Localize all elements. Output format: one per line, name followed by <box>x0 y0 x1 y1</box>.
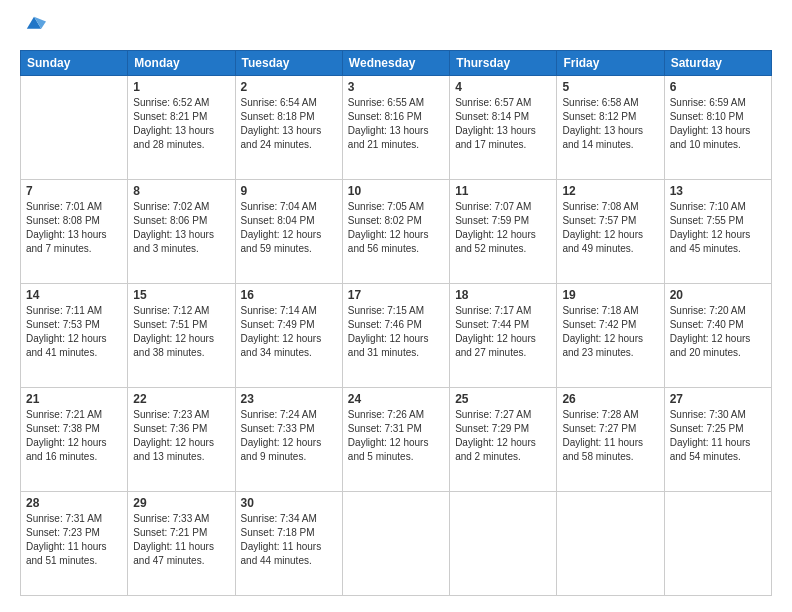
day-cell: 16Sunrise: 7:14 AM Sunset: 7:49 PM Dayli… <box>235 284 342 388</box>
day-info: Sunrise: 7:21 AM Sunset: 7:38 PM Dayligh… <box>26 408 122 464</box>
week-row-2: 14Sunrise: 7:11 AM Sunset: 7:53 PM Dayli… <box>21 284 772 388</box>
day-number: 11 <box>455 184 551 198</box>
day-number: 14 <box>26 288 122 302</box>
calendar-header: SundayMondayTuesdayWednesdayThursdayFrid… <box>21 51 772 76</box>
week-row-1: 7Sunrise: 7:01 AM Sunset: 8:08 PM Daylig… <box>21 180 772 284</box>
day-number: 3 <box>348 80 444 94</box>
day-cell: 20Sunrise: 7:20 AM Sunset: 7:40 PM Dayli… <box>664 284 771 388</box>
header-monday: Monday <box>128 51 235 76</box>
day-info: Sunrise: 6:54 AM Sunset: 8:18 PM Dayligh… <box>241 96 337 152</box>
day-info: Sunrise: 7:20 AM Sunset: 7:40 PM Dayligh… <box>670 304 766 360</box>
day-cell: 30Sunrise: 7:34 AM Sunset: 7:18 PM Dayli… <box>235 492 342 596</box>
day-number: 5 <box>562 80 658 94</box>
day-info: Sunrise: 7:10 AM Sunset: 7:55 PM Dayligh… <box>670 200 766 256</box>
day-number: 4 <box>455 80 551 94</box>
week-row-3: 21Sunrise: 7:21 AM Sunset: 7:38 PM Dayli… <box>21 388 772 492</box>
day-cell: 10Sunrise: 7:05 AM Sunset: 8:02 PM Dayli… <box>342 180 449 284</box>
day-cell: 5Sunrise: 6:58 AM Sunset: 8:12 PM Daylig… <box>557 76 664 180</box>
day-cell: 4Sunrise: 6:57 AM Sunset: 8:14 PM Daylig… <box>450 76 557 180</box>
week-row-4: 28Sunrise: 7:31 AM Sunset: 7:23 PM Dayli… <box>21 492 772 596</box>
day-info: Sunrise: 7:01 AM Sunset: 8:08 PM Dayligh… <box>26 200 122 256</box>
header-row: SundayMondayTuesdayWednesdayThursdayFrid… <box>21 51 772 76</box>
day-cell <box>557 492 664 596</box>
day-cell: 11Sunrise: 7:07 AM Sunset: 7:59 PM Dayli… <box>450 180 557 284</box>
day-cell: 25Sunrise: 7:27 AM Sunset: 7:29 PM Dayli… <box>450 388 557 492</box>
day-number: 18 <box>455 288 551 302</box>
day-info: Sunrise: 7:26 AM Sunset: 7:31 PM Dayligh… <box>348 408 444 464</box>
day-number: 12 <box>562 184 658 198</box>
page: SundayMondayTuesdayWednesdayThursdayFrid… <box>0 0 792 612</box>
day-info: Sunrise: 6:57 AM Sunset: 8:14 PM Dayligh… <box>455 96 551 152</box>
day-info: Sunrise: 7:14 AM Sunset: 7:49 PM Dayligh… <box>241 304 337 360</box>
day-cell: 1Sunrise: 6:52 AM Sunset: 8:21 PM Daylig… <box>128 76 235 180</box>
header-thursday: Thursday <box>450 51 557 76</box>
day-number: 15 <box>133 288 229 302</box>
day-number: 25 <box>455 392 551 406</box>
day-cell <box>664 492 771 596</box>
day-number: 2 <box>241 80 337 94</box>
day-cell: 15Sunrise: 7:12 AM Sunset: 7:51 PM Dayli… <box>128 284 235 388</box>
day-info: Sunrise: 7:11 AM Sunset: 7:53 PM Dayligh… <box>26 304 122 360</box>
day-info: Sunrise: 7:02 AM Sunset: 8:06 PM Dayligh… <box>133 200 229 256</box>
calendar-table: SundayMondayTuesdayWednesdayThursdayFrid… <box>20 50 772 596</box>
day-cell: 13Sunrise: 7:10 AM Sunset: 7:55 PM Dayli… <box>664 180 771 284</box>
header-wednesday: Wednesday <box>342 51 449 76</box>
day-info: Sunrise: 7:08 AM Sunset: 7:57 PM Dayligh… <box>562 200 658 256</box>
header-friday: Friday <box>557 51 664 76</box>
day-number: 30 <box>241 496 337 510</box>
header <box>20 16 772 40</box>
day-number: 24 <box>348 392 444 406</box>
day-info: Sunrise: 7:34 AM Sunset: 7:18 PM Dayligh… <box>241 512 337 568</box>
day-info: Sunrise: 7:31 AM Sunset: 7:23 PM Dayligh… <box>26 512 122 568</box>
day-number: 9 <box>241 184 337 198</box>
day-number: 28 <box>26 496 122 510</box>
header-tuesday: Tuesday <box>235 51 342 76</box>
day-info: Sunrise: 7:07 AM Sunset: 7:59 PM Dayligh… <box>455 200 551 256</box>
day-cell <box>21 76 128 180</box>
day-cell: 24Sunrise: 7:26 AM Sunset: 7:31 PM Dayli… <box>342 388 449 492</box>
day-number: 27 <box>670 392 766 406</box>
day-number: 26 <box>562 392 658 406</box>
week-row-0: 1Sunrise: 6:52 AM Sunset: 8:21 PM Daylig… <box>21 76 772 180</box>
day-number: 19 <box>562 288 658 302</box>
day-info: Sunrise: 6:58 AM Sunset: 8:12 PM Dayligh… <box>562 96 658 152</box>
day-number: 13 <box>670 184 766 198</box>
day-info: Sunrise: 7:17 AM Sunset: 7:44 PM Dayligh… <box>455 304 551 360</box>
day-cell: 7Sunrise: 7:01 AM Sunset: 8:08 PM Daylig… <box>21 180 128 284</box>
day-cell: 18Sunrise: 7:17 AM Sunset: 7:44 PM Dayli… <box>450 284 557 388</box>
day-cell: 17Sunrise: 7:15 AM Sunset: 7:46 PM Dayli… <box>342 284 449 388</box>
day-cell: 22Sunrise: 7:23 AM Sunset: 7:36 PM Dayli… <box>128 388 235 492</box>
day-info: Sunrise: 7:28 AM Sunset: 7:27 PM Dayligh… <box>562 408 658 464</box>
day-info: Sunrise: 7:04 AM Sunset: 8:04 PM Dayligh… <box>241 200 337 256</box>
day-info: Sunrise: 6:59 AM Sunset: 8:10 PM Dayligh… <box>670 96 766 152</box>
day-number: 23 <box>241 392 337 406</box>
day-info: Sunrise: 6:55 AM Sunset: 8:16 PM Dayligh… <box>348 96 444 152</box>
day-cell: 28Sunrise: 7:31 AM Sunset: 7:23 PM Dayli… <box>21 492 128 596</box>
day-number: 22 <box>133 392 229 406</box>
day-number: 20 <box>670 288 766 302</box>
day-cell: 29Sunrise: 7:33 AM Sunset: 7:21 PM Dayli… <box>128 492 235 596</box>
day-info: Sunrise: 7:30 AM Sunset: 7:25 PM Dayligh… <box>670 408 766 464</box>
header-saturday: Saturday <box>664 51 771 76</box>
day-cell: 12Sunrise: 7:08 AM Sunset: 7:57 PM Dayli… <box>557 180 664 284</box>
header-sunday: Sunday <box>21 51 128 76</box>
logo <box>20 16 46 40</box>
day-cell: 3Sunrise: 6:55 AM Sunset: 8:16 PM Daylig… <box>342 76 449 180</box>
day-number: 6 <box>670 80 766 94</box>
day-info: Sunrise: 7:23 AM Sunset: 7:36 PM Dayligh… <box>133 408 229 464</box>
day-info: Sunrise: 6:52 AM Sunset: 8:21 PM Dayligh… <box>133 96 229 152</box>
day-info: Sunrise: 7:15 AM Sunset: 7:46 PM Dayligh… <box>348 304 444 360</box>
day-info: Sunrise: 7:12 AM Sunset: 7:51 PM Dayligh… <box>133 304 229 360</box>
day-cell: 21Sunrise: 7:21 AM Sunset: 7:38 PM Dayli… <box>21 388 128 492</box>
day-number: 17 <box>348 288 444 302</box>
day-cell: 6Sunrise: 6:59 AM Sunset: 8:10 PM Daylig… <box>664 76 771 180</box>
day-number: 29 <box>133 496 229 510</box>
day-cell: 14Sunrise: 7:11 AM Sunset: 7:53 PM Dayli… <box>21 284 128 388</box>
day-number: 1 <box>133 80 229 94</box>
day-info: Sunrise: 7:05 AM Sunset: 8:02 PM Dayligh… <box>348 200 444 256</box>
logo-icon <box>22 12 46 36</box>
day-cell: 8Sunrise: 7:02 AM Sunset: 8:06 PM Daylig… <box>128 180 235 284</box>
day-info: Sunrise: 7:18 AM Sunset: 7:42 PM Dayligh… <box>562 304 658 360</box>
day-cell: 23Sunrise: 7:24 AM Sunset: 7:33 PM Dayli… <box>235 388 342 492</box>
calendar-body: 1Sunrise: 6:52 AM Sunset: 8:21 PM Daylig… <box>21 76 772 596</box>
